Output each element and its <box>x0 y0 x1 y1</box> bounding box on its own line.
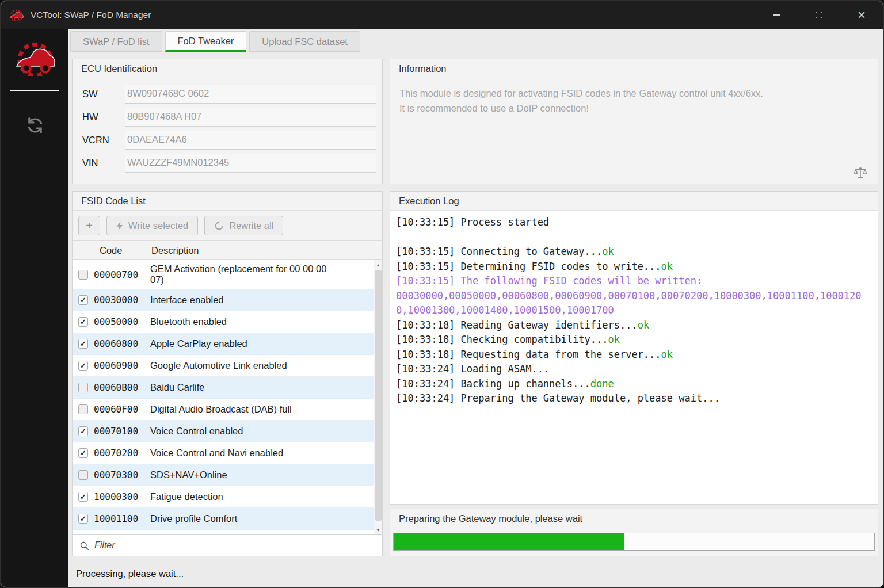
sidebar-divider <box>10 90 59 91</box>
refresh-icon <box>25 116 45 135</box>
checkbox-checked-icon[interactable]: ✓ <box>78 339 88 349</box>
checkbox-checked-icon[interactable]: ✓ <box>78 361 88 371</box>
tab-fod-tweaker[interactable]: FoD Tweaker <box>165 31 247 52</box>
checkbox-unchecked-icon[interactable] <box>78 404 88 414</box>
ecu-hw-value: 80B907468A H07 <box>125 108 376 127</box>
app-window: VCTool: SWaP / FoD Manager × SWaP / FoD … <box>0 0 884 588</box>
filter-bar <box>73 534 382 556</box>
fsid-row[interactable]: ✓00060800Apple CarPlay enabled <box>73 333 382 355</box>
ecu-sw-value: 8W0907468C 0602 <box>125 85 376 104</box>
ecu-vcrn-label: VCRN <box>82 135 125 146</box>
checkbox-checked-icon[interactable]: ✓ <box>78 317 88 327</box>
progress-panel: Preparing the Gateway module, please wai… <box>390 509 878 556</box>
fsid-row-description: Voice Control enabled <box>150 422 338 440</box>
lightning-bolt-icon <box>116 221 123 231</box>
fsid-row[interactable]: 00060B00Baidu Carlife <box>73 377 382 399</box>
column-header-description: Description <box>151 245 369 256</box>
tab-swap-fod-list[interactable]: SWaP / FoD list <box>70 31 162 52</box>
checkbox-checked-icon[interactable]: ✓ <box>78 426 88 436</box>
log-line: [10:33:18] Reading Gateway identifiers..… <box>396 318 868 333</box>
fsid-row-code: 00060900 <box>94 360 150 371</box>
checkbox-checked-icon[interactable]: ✓ <box>78 295 88 305</box>
fsid-row-description: Interface enabled <box>150 291 338 309</box>
information-line: This module is designed for activating F… <box>399 86 868 101</box>
ecu-identification-panel: ECU Identification SW 8W0907468C 0602 HW… <box>72 59 383 184</box>
checkbox-unchecked-icon[interactable] <box>78 470 88 480</box>
log-line <box>396 230 868 245</box>
add-code-button[interactable]: + <box>78 216 100 235</box>
fsid-row-code: 10000300 <box>94 491 150 502</box>
fsid-toolbar: + Write selected Rewrite all <box>73 211 382 240</box>
ecu-hw-label: HW <box>82 112 125 123</box>
log-line: [10:33:15] Determining FSID codes to wri… <box>396 259 868 274</box>
write-selected-button[interactable]: Write selected <box>106 216 198 235</box>
fsid-row-code: 00070100 <box>94 426 150 437</box>
fsid-row-code: 00060F00 <box>94 404 150 415</box>
fsid-row-description: Drive profile Comfort <box>150 510 338 528</box>
fsid-row[interactable]: ✓10000300Fatigue detection <box>73 486 382 508</box>
rewrite-all-button[interactable]: Rewrite all <box>204 216 283 235</box>
checkbox-unchecked-icon[interactable] <box>78 383 88 392</box>
log-line: [10:33:15] The following FSID codes will… <box>396 274 868 289</box>
checkbox-checked-icon[interactable]: ✓ <box>78 514 88 524</box>
refresh-button[interactable] <box>22 113 48 138</box>
fsid-row-code: 00000700 <box>94 269 150 280</box>
scroll-down-button[interactable]: ▼ <box>374 525 382 534</box>
fsid-row-code: 00060B00 <box>94 382 150 393</box>
fsid-row[interactable]: ✓00060900Google Automotive Link enabled <box>73 355 382 377</box>
progress-bar <box>393 533 875 551</box>
fsid-row[interactable]: ✓00070200Voice Control and Navi enabled <box>73 442 382 464</box>
ecu-sw-label: SW <box>82 89 125 100</box>
ecu-vcrn-value: 0DAEAE74A6 <box>125 131 376 150</box>
fsid-row-description: Voice Control and Navi enabled <box>150 444 338 462</box>
main-content: SWaP / FoD list FoD Tweaker Upload FSC d… <box>68 29 883 587</box>
fsid-row-description: SDS+NAV+Online <box>150 466 338 484</box>
fsid-row-list: 00000700GEM Activation (replacement for … <box>73 260 382 530</box>
fsid-row[interactable]: 00000700GEM Activation (replacement for … <box>73 260 382 289</box>
maximize-button[interactable] <box>798 1 840 29</box>
tab-upload-fsc-dataset[interactable]: Upload FSC dataset <box>249 31 360 52</box>
fsid-panel-title: FSID Code List <box>73 192 382 211</box>
ecu-field-row: VIN WAUZZZF49MN012345 <box>82 151 376 174</box>
execution-log-title: Execution Log <box>390 192 878 211</box>
fsid-row-description: GEM Activation (replacement for 00 00 00… <box>150 260 338 289</box>
window-controls: × <box>755 1 883 29</box>
information-panel: Information This module is designed for … <box>390 59 878 184</box>
ecu-field-row: VCRN 0DAEAE74A6 <box>82 128 376 151</box>
rewrite-all-label: Rewrite all <box>229 220 273 231</box>
sidebar <box>1 29 68 587</box>
scrollbar-thumb[interactable] <box>375 270 382 521</box>
fsid-table-body: 00000700GEM Activation (replacement for … <box>73 260 382 534</box>
fsid-table-header: Code Description <box>73 240 382 260</box>
fsid-row[interactable]: ✓00030000Interface enabled <box>73 289 382 311</box>
fsid-row-description: Digital Audio Broadcast (DAB) full <box>150 400 338 418</box>
checkbox-checked-icon[interactable]: ✓ <box>78 492 88 502</box>
information-panel-title: Information <box>390 59 878 78</box>
app-logo-large-icon <box>13 41 58 76</box>
log-line: [10:33:24] Loading ASAM... <box>396 362 868 377</box>
checkbox-checked-icon[interactable]: ✓ <box>78 448 88 458</box>
fsid-row[interactable]: ✓00070100Voice Control enabled <box>73 421 382 442</box>
fsid-row-description: Apple CarPlay enabled <box>150 335 338 353</box>
scroll-up-button[interactable]: ▲ <box>374 260 382 269</box>
balance-scale-icon <box>853 167 867 180</box>
fsid-row[interactable]: ✓10001100Drive profile Comfort <box>73 508 382 530</box>
filter-input[interactable] <box>94 540 375 551</box>
fsid-row[interactable]: ✓00050000Bluetooth enabled <box>73 311 382 333</box>
minimize-button[interactable] <box>755 1 798 29</box>
checkbox-unchecked-icon[interactable] <box>78 270 88 280</box>
ecu-field-row: SW 8W0907468C 0602 <box>82 82 376 105</box>
app-logo-icon <box>9 9 24 21</box>
column-header-gutter <box>369 241 382 259</box>
log-body: [10:33:15] Process started [10:33:15] Co… <box>390 211 878 504</box>
fsid-row[interactable]: 00060F00Digital Audio Broadcast (DAB) fu… <box>73 399 382 421</box>
fsid-scrollbar[interactable]: ▲ ▼ <box>374 260 382 534</box>
fsid-code-list-panel: FSID Code List + Write selected Rewrite … <box>72 191 383 556</box>
status-bar: Processing, please wait... <box>68 560 883 587</box>
fsid-row-code: 00060800 <box>94 338 150 349</box>
fsid-row-description: Bluetooth enabled <box>150 313 338 331</box>
fsid-row[interactable]: 00070300SDS+NAV+Online <box>73 464 382 486</box>
ecu-field-row: HW 80B907468A H07 <box>82 105 376 128</box>
tab-bar: SWaP / FoD list FoD Tweaker Upload FSC d… <box>70 31 360 52</box>
close-button[interactable]: × <box>840 1 883 29</box>
